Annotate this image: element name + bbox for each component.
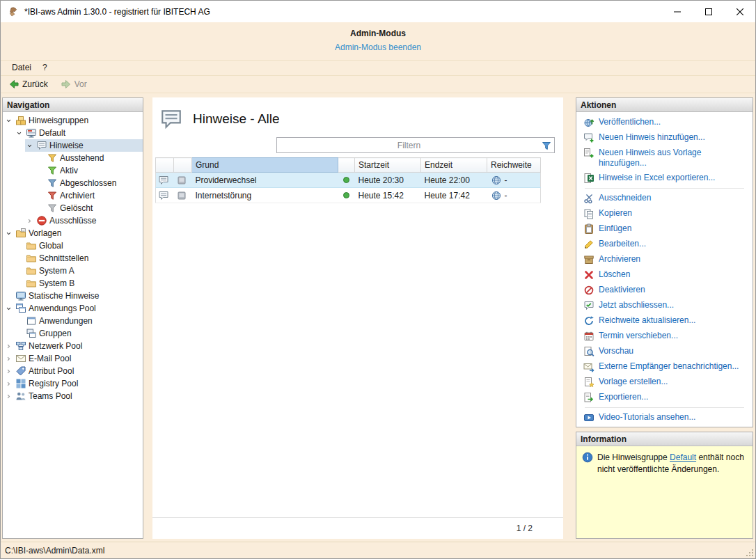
action-neuen-hinweis-aus-vorlage-hinzufugen[interactable]: Neuen Hinweis aus Vorlage hinzufügen... [578, 145, 751, 171]
archive-icon [583, 254, 594, 265]
tree-item-label: System A [39, 266, 77, 276]
column-header-startzeit[interactable]: Startzeit [355, 158, 421, 173]
tree-item-anwendungs-pool[interactable]: Anwendungs Pool [3, 302, 143, 315]
tree-item-anwendungen[interactable]: Anwendungen [3, 315, 143, 327]
action-jetzt-abschliessen[interactable]: Jetzt abschliessen... [578, 298, 751, 313]
tree-item-geloscht[interactable]: Gelöscht [3, 202, 143, 214]
chevron-collapsed-icon[interactable] [4, 365, 13, 377]
globe-icon [491, 175, 502, 186]
info-default-link[interactable]: Default [670, 452, 696, 462]
tree-item-label: Ausstehend [60, 153, 107, 163]
action-deaktivieren[interactable]: Deaktivieren [578, 283, 751, 298]
action-exportieren[interactable]: Exportieren... [578, 390, 751, 405]
chevron-collapsed-icon[interactable] [25, 215, 34, 226]
tree-item-abgeschlossen[interactable]: Abgeschlossen [3, 177, 143, 189]
status-bar: C:\IBI-aws\Admin\Data.xml [1, 542, 755, 558]
chevron-spacer [36, 152, 45, 164]
action-externe-empfanger-benachrichtigen[interactable]: Externe Empfänger benachrichtigen... [578, 359, 751, 375]
tree-item-netzwerk-pool[interactable]: Netzwerk Pool [3, 340, 143, 352]
chevron-expanded-icon[interactable] [4, 303, 13, 314]
admin-mode-banner: Admin-Modus Admin-Modus beenden [1, 22, 755, 60]
tree-item-content: E-Mail Pool [4, 352, 143, 365]
tree-item-hinweisgruppen[interactable]: Hinweisgruppen [3, 114, 143, 127]
chevron-collapsed-icon[interactable] [4, 378, 13, 389]
admin-mode-exit-link[interactable]: Admin-Modus beenden [1, 42, 755, 53]
action-label: Archivieren [599, 254, 748, 265]
actions-separator [585, 188, 744, 189]
tree-item-system-b[interactable]: System B [3, 277, 143, 290]
menu-item-datei[interactable]: Datei [6, 61, 37, 75]
tree-item-e-mail-pool[interactable]: E-Mail Pool [3, 352, 143, 365]
title-bar[interactable]: *IBI-aws Admin 1.30.0 - registriert für … [1, 1, 755, 22]
action-kopieren[interactable]: Kopieren [578, 206, 751, 221]
action-vorschau[interactable]: Vorschau [578, 344, 751, 359]
action-veroffentlichen[interactable]: Veröffentlichen... [578, 115, 751, 130]
app-window: *IBI-aws Admin 1.30.0 - registriert für … [0, 0, 756, 559]
tree-item-archiviert[interactable]: Archiviert [3, 189, 143, 202]
tree-item-system-a[interactable]: System A [3, 265, 143, 277]
tree-item-content: Ausschlüsse [25, 214, 143, 227]
action-vorlage-erstellen[interactable]: Vorlage erstellen... [578, 375, 751, 390]
column-header-status[interactable] [338, 158, 355, 173]
info-icon [582, 452, 593, 463]
chevron-expanded-icon[interactable] [4, 115, 13, 126]
chevron-expanded-icon[interactable] [4, 228, 13, 239]
close-button[interactable] [724, 1, 755, 22]
action-loschen[interactable]: Löschen [578, 267, 751, 283]
tree-item-content: System A [15, 265, 143, 277]
chevron-collapsed-icon[interactable] [4, 353, 13, 364]
column-header-endzeit[interactable]: Endzeit [421, 158, 487, 173]
tree-item-statische-hinweise[interactable]: Statische Hinweise [3, 290, 143, 302]
excel-icon [583, 173, 594, 184]
tree-item-schnittstellen[interactable]: Schnittstellen [3, 252, 143, 265]
tree-item-label: Vorlagen [29, 228, 64, 238]
tree-item-teams-pool[interactable]: Teams Pool [3, 390, 143, 402]
tree-item-hinweise[interactable]: Hinweise [3, 139, 143, 152]
action-hinweise-in-excel-exportieren[interactable]: Hinweise in Excel exportieren... [578, 171, 751, 186]
menu-item-help[interactable]: ? [37, 61, 53, 75]
tree-item-ausstehend[interactable]: Ausstehend [3, 152, 143, 164]
column-header-display_icon[interactable] [174, 158, 192, 173]
column-header-reichweite[interactable]: Reichweite [487, 158, 541, 173]
tree-item-content: Global [15, 239, 143, 252]
tree-item-gruppen[interactable]: Gruppen [3, 327, 143, 340]
filter-input[interactable] [277, 138, 541, 152]
action-termin-verschieben[interactable]: Termin verschieben... [578, 329, 751, 344]
action-video-tutorials-ansehen[interactable]: Video-Tutorials ansehen... [578, 410, 751, 425]
action-label: Vorschau [599, 346, 748, 356]
action-neuen-hinweis-hinzufugen[interactable]: Neuen Hinweis hinzufügen... [578, 130, 751, 145]
tree-item-ausschlusse[interactable]: Ausschlüsse [3, 214, 143, 227]
tree-item-registry-pool[interactable]: Registry Pool [3, 377, 143, 390]
add-hint-icon [583, 132, 594, 143]
resize-grip-icon[interactable] [745, 548, 754, 557]
tree-item-global[interactable]: Global [3, 239, 143, 252]
tree-item-default[interactable]: Default [3, 127, 143, 139]
tree-item-content: Hinweisgruppen [4, 114, 143, 127]
tree-item-attribut-pool[interactable]: Attribut Pool [3, 365, 143, 377]
information-body: Die Hinweisgruppe Default enthält noch n… [576, 446, 753, 538]
maximize-button[interactable] [693, 1, 724, 22]
chevron-expanded-icon[interactable] [15, 127, 24, 139]
table-row-internetstorung[interactable]: InternetstörungHeute 15:42Heute 17:42- [156, 188, 541, 203]
cell-hint-icon [156, 173, 174, 188]
minimize-button[interactable] [661, 1, 693, 22]
chevron-collapsed-icon[interactable] [4, 340, 13, 352]
hinweise-table: GrundStartzeitEndzeitReichweiteProviderw… [155, 157, 541, 203]
column-header-row_icon[interactable] [156, 158, 174, 173]
action-ausschneiden[interactable]: Ausschneiden [578, 191, 751, 206]
chevron-collapsed-icon[interactable] [4, 391, 13, 402]
workspace: Navigation HinweisgruppenDefaultHinweise… [1, 93, 755, 542]
forward-button[interactable]: Vor [57, 77, 90, 91]
action-reichweite-aktualisieren[interactable]: Reichweite aktualisieren... [578, 313, 751, 329]
column-header-grund[interactable]: Grund [192, 158, 338, 173]
table-row-providerwechsel[interactable]: ProviderwechselHeute 20:30Heute 22:00- [156, 173, 541, 188]
action-bearbeiten[interactable]: Bearbeiten... [578, 237, 751, 252]
tree-item-vorlagen[interactable]: Vorlagen [3, 227, 143, 239]
tree-item-content: Hinweise [25, 139, 143, 152]
tree-item-aktiv[interactable]: Aktiv [3, 164, 143, 177]
chevron-expanded-icon[interactable] [25, 140, 34, 151]
action-archivieren[interactable]: Archivieren [578, 252, 751, 267]
action-label: Video-Tutorials ansehen... [599, 412, 748, 423]
back-button[interactable]: Zurück [5, 77, 52, 91]
action-einfugen[interactable]: Einfügen [578, 221, 751, 237]
